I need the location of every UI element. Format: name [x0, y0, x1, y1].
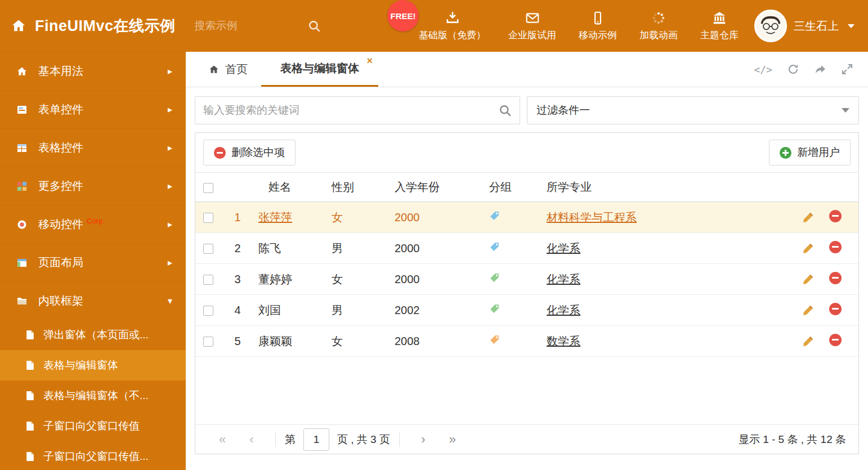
close-icon[interactable]: ×: [366, 55, 373, 67]
grid-toolbar: 删除选中项 新增用户: [195, 133, 858, 172]
filter-row: 过滤条件一: [195, 96, 859, 124]
sidebar-item-mobile-controls[interactable]: 移动控件 Corp. ▸: [0, 205, 186, 243]
chevron-right-icon: ▸: [168, 66, 172, 77]
row-checkbox[interactable]: [203, 275, 213, 285]
delete-row-icon[interactable]: [829, 241, 842, 253]
select-all-checkbox[interactable]: [203, 183, 213, 193]
major-link[interactable]: 材料科学与工程系: [547, 211, 637, 223]
edit-pencil-icon[interactable]: [802, 305, 813, 316]
delete-selected-button[interactable]: 删除选中项: [203, 140, 296, 165]
edit-pencil-icon[interactable]: [802, 243, 813, 254]
major-link[interactable]: 数学系: [547, 335, 580, 347]
major-link[interactable]: 化学系: [547, 273, 580, 285]
sidebar-item-more-controls[interactable]: 更多控件 ▸: [0, 167, 186, 205]
student-name-link[interactable]: 刘国: [258, 304, 281, 316]
sidebar-item-label: 移动控件: [38, 217, 83, 232]
tab-grid-edit-window[interactable]: 表格与编辑窗体 ×: [261, 52, 378, 87]
table-row[interactable]: 5 康颖颖 女 2008 数学系: [195, 326, 858, 357]
pagination-bar: « ‹ 第 页 , 共 3 页 › » 显示 1 - 5 条 , 共 12 条: [195, 424, 858, 454]
sidebar-item-label: 内联框架: [38, 293, 83, 308]
tab-label: 首页: [225, 62, 248, 77]
student-name-link[interactable]: 董婷婷: [258, 273, 292, 285]
column-header-index: [221, 173, 254, 202]
table-row[interactable]: 4 刘国 男 2002 化学系: [195, 295, 858, 326]
table-row[interactable]: 3 董婷婷 女 2000 化学系: [195, 264, 858, 295]
share-icon[interactable]: [814, 63, 826, 75]
avatar[interactable]: [754, 10, 787, 42]
major-link[interactable]: 化学系: [547, 304, 580, 316]
sidebar-item-label: 更多控件: [38, 178, 83, 194]
sidebar-subitem-child-to-parent-2[interactable]: 子窗口向父窗口传值...: [0, 441, 186, 470]
header-search-input[interactable]: [195, 20, 268, 32]
page-number-input[interactable]: [303, 428, 329, 451]
sidebar-subitem-popup-window[interactable]: 弹出窗体（本页面或...: [0, 320, 186, 350]
sidebar-item-basic-usage[interactable]: 基本用法 ▸: [0, 52, 186, 90]
gender-cell: 男: [327, 295, 390, 326]
table-row[interactable]: 1 张萍萍 女 2000 材料科学与工程系: [195, 202, 858, 233]
delete-row-icon[interactable]: [829, 210, 842, 222]
edit-pencil-icon[interactable]: [802, 336, 813, 347]
home-icon: [208, 64, 220, 75]
sidebar-item-grid-controls[interactable]: 表格控件 ▸: [0, 128, 186, 167]
page-icon: [26, 421, 35, 431]
sidebar-item-form-controls[interactable]: 表单控件 ▸: [0, 90, 186, 128]
sidebar-subitem-grid-edit-window[interactable]: 表格与编辑窗体: [0, 350, 186, 381]
refresh-icon[interactable]: [787, 63, 799, 75]
prev-page-icon[interactable]: ‹: [237, 432, 266, 447]
student-name-link[interactable]: 张萍萍: [258, 211, 292, 223]
sidebar-item-inline-frame[interactable]: 内联框架 ▾: [0, 281, 186, 320]
column-header-name: 姓名: [254, 173, 327, 202]
edit-pencil-icon[interactable]: [802, 212, 813, 223]
row-index: 1: [221, 202, 254, 233]
first-page-icon[interactable]: «: [208, 432, 237, 447]
sidebar-item-page-layout[interactable]: 页面布局 ▸: [0, 243, 186, 281]
source-code-icon[interactable]: </>: [754, 64, 772, 75]
chevron-down-icon: ▾: [168, 296, 172, 306]
major-link[interactable]: 化学系: [547, 242, 580, 254]
sidebar-subitem-label: 子窗口向父窗口传值...: [43, 449, 149, 464]
next-page-icon[interactable]: ›: [409, 432, 438, 447]
table-row[interactable]: 2 陈飞 男 2000 化学系: [195, 233, 858, 264]
tab-home[interactable]: 首页: [195, 52, 261, 87]
user-menu[interactable]: 三生石上: [754, 10, 854, 42]
row-checkbox[interactable]: [203, 337, 213, 347]
nav-item-theme-store[interactable]: 主题仓库: [700, 11, 739, 42]
search-icon[interactable]: [307, 19, 321, 33]
app-window: FineUIMvc在线示例 FREE! 基础版（免费） 企业版试用: [0, 0, 868, 470]
page-icon: [26, 360, 35, 370]
chevron-right-icon: ▸: [168, 104, 172, 115]
delete-row-icon[interactable]: [829, 272, 842, 284]
user-name[interactable]: 三生石上: [794, 19, 839, 34]
row-checkbox[interactable]: [203, 213, 213, 223]
fullscreen-icon[interactable]: [841, 63, 853, 75]
brand[interactable]: FineUIMvc在线示例: [0, 16, 176, 36]
row-checkbox[interactable]: [203, 306, 213, 316]
year-cell: 2000: [390, 202, 485, 233]
nav-item-enterprise-trial[interactable]: 企业版试用: [508, 11, 556, 42]
delete-selected-label: 删除选中项: [231, 145, 285, 160]
page-icon: [26, 451, 35, 462]
delete-row-icon[interactable]: [829, 303, 842, 315]
student-name-link[interactable]: 陈飞: [258, 242, 281, 254]
home-icon: [16, 66, 29, 77]
sidebar-subitem-grid-edit-window-2[interactable]: 表格与编辑窗体（不...: [0, 381, 186, 411]
nav-item-basic-free[interactable]: 基础版（免费）: [419, 11, 486, 42]
keyword-search-input[interactable]: [203, 104, 498, 117]
chevron-right-icon: ▸: [168, 257, 172, 268]
sidebar-subitem-child-to-parent[interactable]: 子窗口向父窗口传值: [0, 411, 186, 441]
delete-row-icon[interactable]: [829, 334, 842, 346]
top-header: FineUIMvc在线示例 FREE! 基础版（免费） 企业版试用: [0, 0, 868, 52]
edit-pencil-icon[interactable]: [802, 274, 813, 285]
nav-item-mobile-demo[interactable]: 移动示例: [579, 11, 617, 42]
add-user-button[interactable]: 新增用户: [769, 140, 851, 165]
filter-dropdown[interactable]: 过滤条件一: [527, 96, 859, 124]
nav-item-loading-animation[interactable]: 加载动画: [639, 11, 678, 42]
row-checkbox[interactable]: [203, 244, 213, 254]
page-prefix-label: 第: [285, 432, 296, 447]
tag-icon: [489, 211, 500, 221]
nav-label: 主题仓库: [700, 29, 739, 42]
last-page-icon[interactable]: »: [438, 432, 467, 447]
nav-label: 移动示例: [579, 29, 617, 42]
search-icon[interactable]: [498, 104, 512, 117]
student-name-link[interactable]: 康颖颖: [258, 335, 292, 347]
